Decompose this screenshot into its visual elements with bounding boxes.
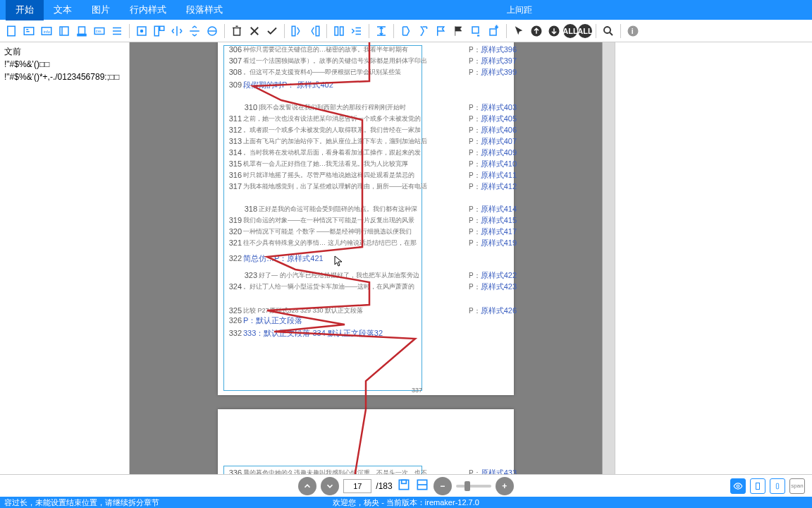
text-line[interactable]: 315机罩有一会儿正好挡住了她…我无法看见。我为人比较宽厚P：原样式410 <box>223 158 519 169</box>
paragraph-style-label[interactable]: P：原样式412 <box>469 181 517 192</box>
text-line[interactable]: 336晨的暮色中她的久违趣未趣叫我感到心情沉重。不是头一次，也不P：原样式433 <box>223 467 519 474</box>
zoom-slider[interactable] <box>456 485 491 488</box>
paragraph-style-label[interactable]: P：原样式415 <box>469 215 517 226</box>
zoom-in-button[interactable]: + <box>496 477 514 495</box>
paragraph-style-label[interactable]: P：原样式423 <box>469 282 517 292</box>
page-1: 306种你只需要记住关键信息的…秘密的故事。我看半年时期有P：原样式396307… <box>218 42 514 395</box>
columns-icon[interactable] <box>331 23 347 40</box>
next-page-button[interactable] <box>321 477 339 495</box>
view-eye-button[interactable] <box>730 478 746 494</box>
tab-text[interactable]: 文本 <box>44 0 82 20</box>
flag-dark-icon[interactable] <box>450 23 467 40</box>
text-line[interactable]: 313上面有飞马广的加油站停下。她从座位上溜下车去，溜到加油站后P：原样式407 <box>223 135 519 147</box>
text-line[interactable]: 314。当时我将在发动机罩后面，看身着看加油工操作，跟起来的发P：原样式409 <box>223 147 519 158</box>
paragraph-style-label[interactable]: P：原样式417 <box>469 226 517 237</box>
paragraph-style-label[interactable]: P：原样式422 <box>469 270 517 281</box>
box-icon[interactable] <box>133 23 150 40</box>
text-line[interactable]: 306种你只需要记住关键信息的…秘密的故事。我看半年时期有P：原样式396 <box>223 44 519 55</box>
scrollbar[interactable] <box>602 42 615 474</box>
paragraph-style-label[interactable]: P：原样式410 <box>469 159 517 169</box>
text-line[interactable]: 322简总仿…P：原样式421 <box>223 253 519 264</box>
tab-start[interactable]: 开始 <box>6 0 44 20</box>
paragraph-style-label[interactable]: P：原样式433 <box>469 468 517 475</box>
distribute-h-icon[interactable] <box>168 23 185 40</box>
text-line[interactable]: 320一种情况下可能是 个数字 ——都是经神明行细挑选以便我们P：原样式417 <box>223 226 519 237</box>
view-mobile-button[interactable] <box>770 478 785 494</box>
page-2: 336晨的暮色中她的久违趣未趣叫我感到心情沉重。不是头一次，也不P：原样式433 <box>218 409 514 474</box>
all-badge-2[interactable]: ALL <box>578 24 592 38</box>
x-icon[interactable] <box>246 23 263 40</box>
page-viewport[interactable]: 306种你只需要记住关键信息的…秘密的故事。我看半年时期有P：原样式396307… <box>130 42 602 474</box>
paragraph-style-label[interactable]: P：原样式399 <box>469 67 517 78</box>
span-button[interactable]: span <box>789 478 805 494</box>
text-line[interactable]: 319我们命运的对象——在一种情况下可能是一片反复出现的风景P：原样式415 <box>223 214 519 226</box>
paragraph-style-label[interactable]: P：原样式414 <box>469 204 517 214</box>
info-icon[interactable]: info <box>38 23 55 40</box>
sub-icon[interactable]: - <box>468 23 485 40</box>
layout-icon[interactable] <box>151 23 168 40</box>
ime-icon[interactable] <box>20 23 37 40</box>
all-badge-1[interactable]: ALL <box>563 24 577 38</box>
copy-icon[interactable] <box>73 23 90 40</box>
paragraph-style-label[interactable]: P：原样式406 <box>469 125 517 135</box>
strikethrough-icon[interactable] <box>204 23 221 40</box>
flag-icon[interactable] <box>433 23 450 40</box>
sup-icon[interactable]: + <box>486 23 503 40</box>
text-right-icon[interactable] <box>306 23 323 40</box>
text-line[interactable]: 324。好让丁人给一辆小型运货卡车加油——这时，在风声萧萧的P：原样式423 <box>223 281 519 292</box>
view-single-button[interactable] <box>750 478 765 494</box>
doc-icon[interactable] <box>3 23 20 40</box>
list-icon[interactable] <box>109 23 125 40</box>
text-line[interactable]: 321往不少具有特殊意义的事情… 这儿约翰说话总结结巴巴，在那P：原样式419 <box>223 237 519 248</box>
text-line[interactable]: 323好了— 的小汽车已经给拾掇好了，我也把车从加油泵旁边P：原样式422 <box>223 270 519 281</box>
text-left-icon[interactable] <box>288 23 305 40</box>
text-line[interactable]: 318正好是我的命运可能会受到阻碍的地点。我们都有这种深P：原样式414 <box>223 203 519 214</box>
text-line[interactable]: 317为我本能地感觉到，出了某些难以理解的理由，厕所——还有电话P：原样式412 <box>223 181 519 192</box>
cut-icon[interactable] <box>56 23 73 40</box>
svg-rect-5 <box>79 27 85 35</box>
text-line[interactable]: 308。但这可不是支援资料4)——即便根据已学会识别某些策P：原样式399 <box>223 66 519 78</box>
tab-image[interactable]: 图片 <box>82 0 120 20</box>
search-icon[interactable] <box>600 23 617 40</box>
prev-page-button[interactable] <box>298 477 316 495</box>
css-icon[interactable]: css <box>91 23 108 40</box>
top-spacing-label: 上间距 <box>493 4 546 16</box>
save2-icon[interactable] <box>415 478 429 494</box>
pointer-icon[interactable] <box>510 23 527 40</box>
text-line[interactable]: 326 P：默认正文段落 <box>223 315 519 326</box>
text-line[interactable]: 311之前，她一次也没有设法把某印消息告诉一个或多个未被发觉的P：原样式405 <box>223 113 519 124</box>
paragraph-style-label[interactable]: P：原样式419 <box>469 238 517 248</box>
paragraph-style-label[interactable]: P：原样式409 <box>469 147 517 158</box>
style2-icon[interactable] <box>415 23 432 40</box>
paragraph-style-label[interactable]: P：原样式397 <box>469 56 517 66</box>
text-line[interactable]: 312。或者跟一个或多个未被发觉的人取得联系。我们曾经在一家加P：原样式406 <box>223 124 519 135</box>
paragraph-style-label[interactable]: P：原样式411 <box>469 170 517 181</box>
help-icon[interactable]: i <box>625 23 641 40</box>
text-line[interactable]: 310|我不会发誓说在我们到西部大的那段行程刚刚开始时P：原样式403 <box>223 102 519 113</box>
spacing-icon[interactable] <box>373 23 390 40</box>
line-number: 307 <box>223 56 242 65</box>
indent-icon[interactable] <box>348 23 365 40</box>
style1-icon[interactable] <box>398 23 414 40</box>
line-number: 311 <box>223 114 242 123</box>
check-icon[interactable] <box>264 23 281 40</box>
text-line[interactable]: 332 333：默认正文段落 334 默认正文段落32 <box>223 327 519 339</box>
distribute-v-icon[interactable] <box>186 23 203 40</box>
save-icon[interactable] <box>397 478 411 494</box>
line-number: 318 <box>239 205 257 213</box>
arrow-up-circle-icon[interactable] <box>528 23 545 40</box>
paragraph-style-label[interactable]: P：原样式403 <box>469 102 517 113</box>
svg-text:info: info <box>44 30 51 34</box>
text-line[interactable]: 316时只就详地摇了摇头。尽管严格地说她这样四处观看是禁忌的P：原样式411 <box>223 169 519 181</box>
paragraph-style-label[interactable]: P：原样式396 <box>469 44 517 55</box>
delete-icon[interactable] <box>228 23 245 40</box>
paragraph-style-label[interactable]: P：原样式405 <box>469 114 517 124</box>
zoom-out-button[interactable]: − <box>433 477 452 495</box>
text-line[interactable]: 309段假期的时P： 原样式402 <box>223 79 519 90</box>
tab-inline-style[interactable]: 行内样式 <box>120 0 176 20</box>
arrow-down-circle-icon[interactable] <box>546 23 562 40</box>
page-input[interactable] <box>343 479 371 493</box>
tab-paragraph-style[interactable]: 段落样式 <box>176 0 233 20</box>
text-line[interactable]: 307看过一个法国独揭故事）。故事的关键信号实际都是用斜体字印出P：原样式397 <box>223 55 519 66</box>
paragraph-style-label[interactable]: P：原样式407 <box>469 136 517 147</box>
